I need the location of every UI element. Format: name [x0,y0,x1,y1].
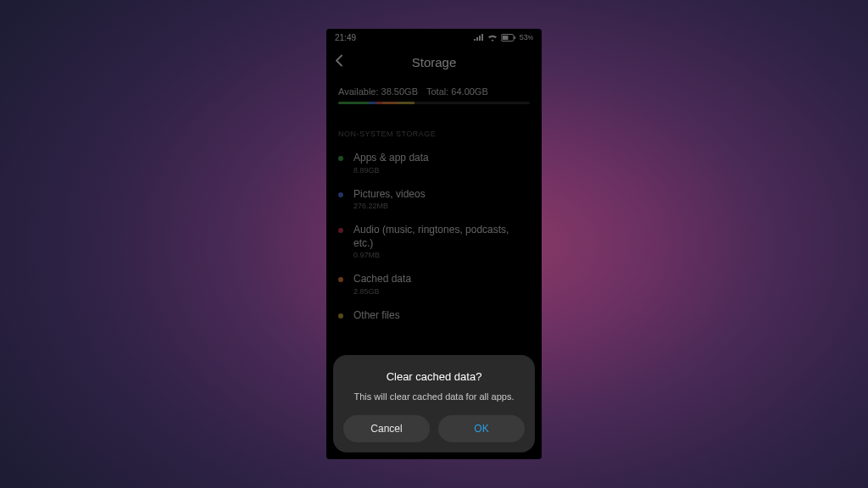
battery-icon [501,34,516,42]
svg-rect-2 [514,36,515,39]
storage-items: Apps & app data8.89GBPictures, videos276… [326,145,542,330]
dialog-message: This will clear cached data for all apps… [343,391,525,402]
total-label: Total: 64.00GB [426,86,488,97]
page-title: Storage [412,55,457,69]
item-size: 276.22MB [353,202,530,210]
storage-item[interactable]: Apps & app data8.89GB [326,145,542,181]
item-title: Audio (music, ringtones, podcasts, etc.) [353,224,530,250]
signal-icon [474,34,484,42]
wifi-icon [487,34,498,42]
category-dot [338,313,343,319]
back-icon[interactable] [335,54,343,70]
item-size: 8.89GB [353,166,530,175]
status-bar: 21:49 53% [326,29,542,46]
category-dot [338,228,343,233]
storage-item[interactable]: Cached data2.85GB [326,266,542,302]
clear-cache-dialog: Clear cached data? This will clear cache… [333,355,535,452]
item-title: Pictures, videos [353,188,530,202]
category-dot [338,156,343,161]
section-label: NON-SYSTEM STORAGE [326,109,542,145]
status-right: 53% [474,33,533,42]
available-label: Available: 38.50GB [338,86,418,97]
ok-button[interactable]: OK [438,415,525,442]
storage-item[interactable]: Pictures, videos276.22MB [326,181,542,218]
cancel-button[interactable]: Cancel [343,415,430,442]
dialog-title: Clear cached data? [343,370,525,383]
storage-bar [338,102,530,104]
storage-item[interactable]: Other files [326,302,542,330]
item-title: Other files [353,309,530,323]
phone-frame: 21:49 53% Storage Available: 38.50GB Tot… [326,29,542,459]
header: Storage [326,46,542,78]
item-title: Apps & app data [353,152,530,165]
storage-item[interactable]: Audio (music, ringtones, podcasts, etc.)… [326,217,542,266]
item-size: 2.85GB [353,287,530,296]
item-size: 0.97MB [353,251,530,259]
svg-rect-1 [502,36,508,40]
status-time: 21:49 [335,33,356,42]
battery-text: 53% [520,33,533,42]
storage-summary: Available: 38.50GB Total: 64.00GB [326,78,542,109]
item-title: Cached data [353,273,530,286]
category-dot [338,192,343,197]
category-dot [338,277,343,282]
